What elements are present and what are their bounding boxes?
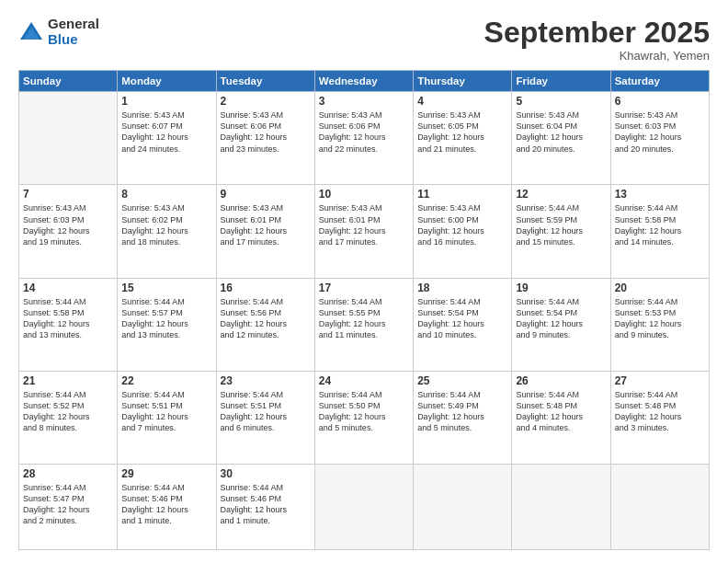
calendar-cell: 7Sunrise: 5:43 AM Sunset: 6:03 PM Daylig… [19,185,118,278]
calendar-cell: 19Sunrise: 5:44 AM Sunset: 5:54 PM Dayli… [512,278,610,371]
day-info: Sunrise: 5:43 AM Sunset: 6:00 PM Dayligh… [417,202,507,247]
logo-text: General Blue [48,17,99,47]
calendar-cell: 30Sunrise: 5:44 AM Sunset: 5:46 PM Dayli… [216,465,314,550]
calendar-cell: 17Sunrise: 5:44 AM Sunset: 5:55 PM Dayli… [314,278,413,371]
header: General Blue September 2025 Khawrah, Yem… [18,17,710,63]
calendar-table: SundayMondayTuesdayWednesdayThursdayFrid… [18,70,710,550]
calendar-cell: 29Sunrise: 5:44 AM Sunset: 5:46 PM Dayli… [118,465,216,550]
calendar-header-row: SundayMondayTuesdayWednesdayThursdayFrid… [19,71,710,92]
month-title: September 2025 [484,17,710,49]
calendar-cell: 8Sunrise: 5:43 AM Sunset: 6:02 PM Daylig… [118,185,216,278]
calendar-cell: 10Sunrise: 5:43 AM Sunset: 6:01 PM Dayli… [314,185,413,278]
calendar-cell: 18Sunrise: 5:44 AM Sunset: 5:54 PM Dayli… [414,278,512,371]
calendar-week-row: 21Sunrise: 5:44 AM Sunset: 5:52 PM Dayli… [19,371,710,464]
calendar-cell: 6Sunrise: 5:43 AM Sunset: 6:03 PM Daylig… [610,92,709,185]
day-info: Sunrise: 5:43 AM Sunset: 6:07 PM Dayligh… [121,109,211,155]
day-info: Sunrise: 5:44 AM Sunset: 5:46 PM Dayligh… [121,482,211,527]
day-number: 8 [121,188,211,201]
calendar-cell: 23Sunrise: 5:44 AM Sunset: 5:51 PM Dayli… [216,371,314,464]
calendar-week-row: 1Sunrise: 5:43 AM Sunset: 6:07 PM Daylig… [19,92,710,185]
title-area: September 2025 Khawrah, Yemen [484,17,710,63]
logo: General Blue [18,17,99,47]
day-info: Sunrise: 5:44 AM Sunset: 5:48 PM Dayligh… [516,389,606,434]
day-info: Sunrise: 5:44 AM Sunset: 5:50 PM Dayligh… [319,389,409,434]
day-info: Sunrise: 5:44 AM Sunset: 5:46 PM Dayligh… [221,482,311,527]
calendar-week-row: 7Sunrise: 5:43 AM Sunset: 6:03 PM Daylig… [19,185,710,278]
day-info: Sunrise: 5:43 AM Sunset: 6:03 PM Dayligh… [23,202,113,247]
day-info: Sunrise: 5:43 AM Sunset: 6:06 PM Dayligh… [221,109,311,155]
day-info: Sunrise: 5:43 AM Sunset: 6:05 PM Dayligh… [417,109,507,155]
calendar-header-monday: Monday [118,71,216,92]
day-number: 2 [221,95,311,108]
day-info: Sunrise: 5:44 AM Sunset: 5:58 PM Dayligh… [23,296,113,341]
day-info: Sunrise: 5:44 AM Sunset: 5:53 PM Dayligh… [615,296,705,341]
calendar-cell: 2Sunrise: 5:43 AM Sunset: 6:06 PM Daylig… [216,92,314,185]
day-number: 12 [516,188,606,201]
day-info: Sunrise: 5:44 AM Sunset: 5:54 PM Dayligh… [516,296,606,341]
day-info: Sunrise: 5:44 AM Sunset: 5:56 PM Dayligh… [221,296,311,341]
logo-general-text: General [48,17,99,32]
day-info: Sunrise: 5:43 AM Sunset: 6:01 PM Dayligh… [221,202,311,247]
day-number: 19 [516,282,606,294]
day-number: 28 [23,467,113,480]
day-number: 17 [319,282,409,294]
calendar-cell: 1Sunrise: 5:43 AM Sunset: 6:07 PM Daylig… [118,92,216,185]
calendar-header-sunday: Sunday [19,71,118,92]
logo-blue-text: Blue [48,32,99,48]
calendar-header-friday: Friday [512,71,610,92]
day-info: Sunrise: 5:44 AM Sunset: 5:52 PM Dayligh… [23,389,113,434]
day-number: 18 [417,282,507,294]
day-number: 27 [615,374,705,387]
calendar-header-thursday: Thursday [414,71,512,92]
day-info: Sunrise: 5:43 AM Sunset: 6:03 PM Dayligh… [615,109,705,155]
calendar-cell: 16Sunrise: 5:44 AM Sunset: 5:56 PM Dayli… [216,278,314,371]
day-number: 16 [221,282,311,294]
day-number: 21 [23,374,113,387]
day-number: 22 [121,374,211,387]
calendar-cell: 11Sunrise: 5:43 AM Sunset: 6:00 PM Dayli… [414,185,512,278]
calendar-cell [512,465,610,550]
day-info: Sunrise: 5:43 AM Sunset: 6:06 PM Dayligh… [319,109,409,155]
day-number: 30 [221,467,311,480]
calendar-cell: 3Sunrise: 5:43 AM Sunset: 6:06 PM Daylig… [314,92,413,185]
day-info: Sunrise: 5:43 AM Sunset: 6:04 PM Dayligh… [516,109,606,155]
day-number: 4 [417,95,507,108]
day-info: Sunrise: 5:44 AM Sunset: 5:49 PM Dayligh… [417,389,507,434]
calendar-cell: 25Sunrise: 5:44 AM Sunset: 5:49 PM Dayli… [414,371,512,464]
day-number: 13 [615,188,705,201]
day-info: Sunrise: 5:44 AM Sunset: 5:51 PM Dayligh… [121,389,211,434]
day-info: Sunrise: 5:44 AM Sunset: 5:48 PM Dayligh… [615,389,705,434]
day-number: 9 [221,188,311,201]
day-info: Sunrise: 5:44 AM Sunset: 5:58 PM Dayligh… [615,202,705,247]
calendar-header-tuesday: Tuesday [216,71,314,92]
day-info: Sunrise: 5:44 AM Sunset: 5:59 PM Dayligh… [516,202,606,247]
day-number: 20 [615,282,705,294]
day-info: Sunrise: 5:44 AM Sunset: 5:54 PM Dayligh… [417,296,507,341]
calendar-cell: 14Sunrise: 5:44 AM Sunset: 5:58 PM Dayli… [19,278,118,371]
day-number: 10 [319,188,409,201]
calendar-cell: 12Sunrise: 5:44 AM Sunset: 5:59 PM Dayli… [512,185,610,278]
day-number: 25 [417,374,507,387]
page: General Blue September 2025 Khawrah, Yem… [0,0,728,563]
day-info: Sunrise: 5:44 AM Sunset: 5:57 PM Dayligh… [121,296,211,341]
calendar-cell: 4Sunrise: 5:43 AM Sunset: 6:05 PM Daylig… [414,92,512,185]
calendar-header-saturday: Saturday [610,71,709,92]
day-info: Sunrise: 5:44 AM Sunset: 5:47 PM Dayligh… [23,482,113,527]
location: Khawrah, Yemen [484,49,710,63]
calendar-cell: 9Sunrise: 5:43 AM Sunset: 6:01 PM Daylig… [216,185,314,278]
calendar-cell [19,92,118,185]
day-number: 24 [319,374,409,387]
calendar-week-row: 14Sunrise: 5:44 AM Sunset: 5:58 PM Dayli… [19,278,710,371]
calendar-cell: 5Sunrise: 5:43 AM Sunset: 6:04 PM Daylig… [512,92,610,185]
day-number: 3 [319,95,409,108]
calendar-cell: 13Sunrise: 5:44 AM Sunset: 5:58 PM Dayli… [610,185,709,278]
calendar-cell: 27Sunrise: 5:44 AM Sunset: 5:48 PM Dayli… [610,371,709,464]
day-number: 6 [615,95,705,108]
day-number: 15 [121,282,211,294]
calendar-cell: 24Sunrise: 5:44 AM Sunset: 5:50 PM Dayli… [314,371,413,464]
day-number: 23 [221,374,311,387]
calendar-cell: 22Sunrise: 5:44 AM Sunset: 5:51 PM Dayli… [118,371,216,464]
day-info: Sunrise: 5:43 AM Sunset: 6:01 PM Dayligh… [319,202,409,247]
day-number: 1 [121,95,211,108]
day-number: 26 [516,374,606,387]
